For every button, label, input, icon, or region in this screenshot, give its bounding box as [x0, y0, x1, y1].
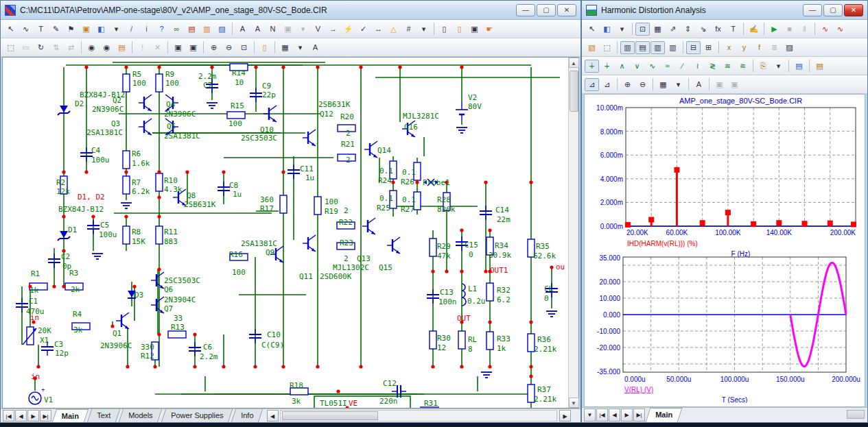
- part-label-tl051i[interactable]: TL051I: [320, 399, 347, 408]
- part-label-r11[interactable]: R11: [164, 228, 178, 236]
- last-page-button[interactable]: ▶|: [633, 408, 645, 422]
- part-label-q5[interactable]: Q5: [167, 122, 176, 131]
- part-label-c15[interactable]: C15: [465, 241, 478, 249]
- current-display-toggle-icon[interactable]: →: [326, 23, 340, 36]
- part-label-r23[interactable]: R23: [340, 239, 353, 247]
- part-label-c6[interactable]: C6: [203, 343, 212, 352]
- close-button[interactable]: ✕: [844, 4, 863, 16]
- part-label-r27[interactable]: R27: [401, 205, 414, 214]
- part-label-q2[interactable]: Q2: [113, 96, 121, 105]
- run-button-icon[interactable]: ▶: [767, 23, 782, 36]
- part-label-33[interactable]: 33: [174, 314, 183, 323]
- schematic-horizontal-scrollbar[interactable]: [280, 410, 557, 422]
- part-label-r36[interactable]: R36: [537, 335, 551, 344]
- clipboard-dropdown-icon[interactable]: ▾: [771, 60, 786, 73]
- part-label-q16[interactable]: Q16: [404, 123, 418, 132]
- part-label-q8[interactable]: Q8: [187, 191, 196, 200]
- part-label-4-3k[interactable]: 4.3k: [164, 185, 183, 194]
- node-label-d1-d2[interactable]: D1, D2: [78, 193, 105, 202]
- part-label-2sb631k[interactable]: 2SB631K: [318, 100, 351, 109]
- part-label-r13[interactable]: R13: [171, 323, 185, 332]
- attribute-text-toggle-icon[interactable]: A: [235, 23, 250, 36]
- part-label-10[interactable]: 10: [235, 78, 244, 87]
- part-label-r9[interactable]: R9: [165, 70, 174, 79]
- part-label-r21[interactable]: R21: [341, 140, 355, 149]
- node-label-ou[interactable]: ou: [556, 263, 565, 271]
- tokens-toggle-icon[interactable]: ∿: [833, 23, 847, 36]
- scroll-up-icon[interactable]: ▲: [569, 58, 579, 68]
- minimize-button[interactable]: —: [803, 4, 822, 16]
- part-label-r35[interactable]: R35: [536, 242, 550, 251]
- part-label-2-21k[interactable]: 2.21k: [534, 395, 556, 404]
- part-label-q1[interactable]: Q1: [113, 329, 121, 338]
- page-button-icon[interactable]: ▯: [257, 41, 272, 54]
- part-label-2n3906c[interactable]: 2N3906C: [92, 105, 124, 114]
- part-label-r34[interactable]: R34: [495, 241, 508, 250]
- part-label-r22[interactable]: R22: [339, 218, 353, 227]
- select-region-icon[interactable]: ⬚: [3, 41, 18, 54]
- grid-dropdown-icon[interactable]: ▾: [417, 23, 431, 36]
- zoom-x-button-icon[interactable]: x: [722, 41, 736, 54]
- wire-text-toggle-icon[interactable]: A: [250, 23, 265, 36]
- plot-properties-icon[interactable]: ▨: [782, 41, 797, 54]
- tab-models[interactable]: Models: [119, 409, 163, 422]
- part-label-r17[interactable]: R17: [260, 204, 274, 213]
- part-label-r1[interactable]: R1: [31, 269, 40, 278]
- plot-group-1-icon[interactable]: ▥: [620, 41, 635, 54]
- find-button-icon[interactable]: ◉: [84, 41, 99, 54]
- part-label-2n3904c[interactable]: 2N3904C: [164, 295, 196, 304]
- part-label-q15[interactable]: Q15: [379, 263, 392, 272]
- left-titlebar[interactable]: C:\MC11\DATA\Petrov\AMP-one-stage\80V_v2…: [1, 1, 580, 20]
- previous-simulation-button-icon[interactable]: ⊿: [600, 78, 614, 91]
- hscroll-right-icon[interactable]: ▶: [559, 410, 571, 422]
- zoom-list-button-icon[interactable]: ≣: [767, 41, 782, 54]
- link-mode-icon[interactable]: ∞: [169, 23, 184, 36]
- grid-select-icon[interactable]: ▦: [656, 78, 670, 91]
- part-label-2sa1381c[interactable]: 2SA1381C: [164, 132, 200, 141]
- high-button-icon[interactable]: ∿: [645, 60, 659, 73]
- part-label-c4[interactable]: C4: [91, 146, 101, 155]
- part-label-r37[interactable]: R37: [537, 385, 551, 394]
- part-label-c-c9-[interactable]: C(C9): [261, 341, 284, 350]
- envelope-top-icon[interactable]: ≋: [720, 60, 735, 73]
- part-label-883[interactable]: 883: [164, 237, 178, 246]
- properties-stamp-icon[interactable]: ✍: [747, 23, 761, 36]
- select-tool-icon[interactable]: ↖: [3, 23, 18, 36]
- plot-group-2-icon[interactable]: ▤: [635, 41, 650, 54]
- part-label-2[interactable]: 2: [344, 206, 349, 215]
- part-label-2n3906c[interactable]: 2N3906C: [164, 110, 196, 119]
- part-label-r7[interactable]: R7: [132, 178, 141, 187]
- part-label-r20[interactable]: R20: [340, 112, 354, 121]
- part-label-bzx84j-b12[interactable]: BZX84J-B12: [58, 205, 104, 214]
- part-label-q9[interactable]: Q9: [266, 248, 274, 257]
- part-label-r10[interactable]: R10: [164, 176, 178, 185]
- region-box-icon[interactable]: ▭: [19, 41, 33, 54]
- part-label-1k[interactable]: 1k: [497, 344, 506, 353]
- part-label-c3[interactable]: C3: [54, 340, 63, 349]
- valley-button-icon[interactable]: ∨: [630, 60, 644, 73]
- stop-button-icon[interactable]: ■: [782, 23, 797, 36]
- part-label-r2[interactable]: R2: [56, 178, 65, 187]
- tab-info[interactable]: Info: [231, 409, 263, 422]
- grid-select-dropdown-icon[interactable]: ▾: [293, 41, 307, 54]
- analysis-charts[interactable]: AMP_one_stage_80V-SC_Bode.CIR0.000m2.000…: [585, 95, 863, 403]
- first-page-button[interactable]: |◀: [3, 410, 14, 422]
- point-tag-mode-icon[interactable]: ⇗: [666, 23, 680, 36]
- grid-dropdown-icon[interactable]: ▾: [671, 78, 685, 91]
- zoom-out-button-icon[interactable]: ⊖: [635, 78, 650, 91]
- help-mode-icon[interactable]: ?: [154, 23, 169, 36]
- part-label-rl[interactable]: RL: [468, 335, 478, 344]
- find-next-button-icon[interactable]: ◉: [99, 41, 114, 54]
- part-label-d1[interactable]: D1: [68, 225, 77, 234]
- part-label-2[interactable]: 2: [344, 254, 349, 263]
- font-button-icon[interactable]: A: [308, 41, 322, 54]
- part-label-2sa1381c[interactable]: 2SA1381C: [241, 239, 277, 248]
- part-label-c1[interactable]: C1: [29, 297, 38, 306]
- low-button-icon[interactable]: ≈: [660, 60, 675, 73]
- plot-hscroll-thumb[interactable]: [847, 410, 865, 419]
- pause-button-icon[interactable]: ‖: [797, 23, 812, 36]
- part-label-q13[interactable]: Q13: [357, 254, 371, 263]
- part-label-12[interactable]: 12: [437, 343, 446, 352]
- maximize-button[interactable]: ▢: [537, 4, 556, 16]
- part-label-r28[interactable]: R28: [437, 195, 451, 204]
